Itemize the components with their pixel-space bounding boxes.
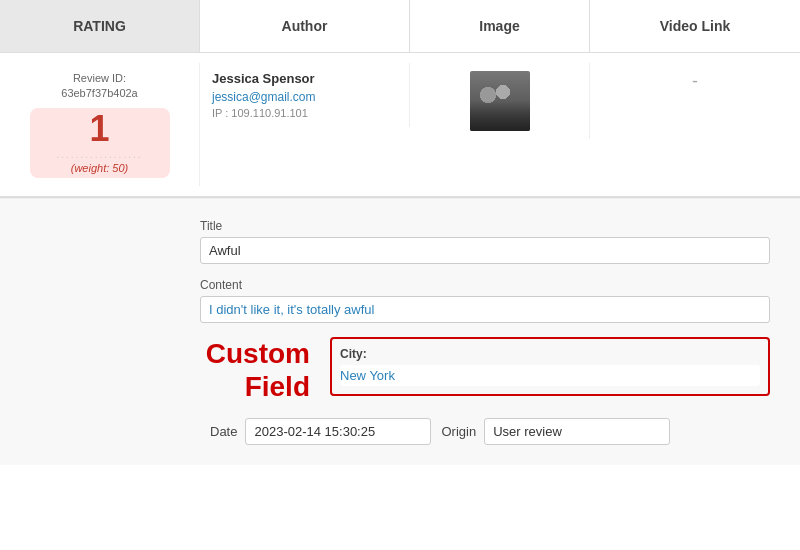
content-input[interactable] — [200, 296, 770, 323]
rating-dots: .................. — [56, 149, 142, 160]
header-author: Author — [200, 0, 410, 52]
author-email: jessica@gmail.com — [212, 90, 397, 104]
title-label: Title — [200, 219, 770, 233]
author-cell: Jessica Spensor jessica@gmail.com IP : 1… — [200, 63, 410, 127]
author-name: Jessica Spensor — [212, 71, 397, 86]
detail-section: Title Content CustomField City: Date Ori… — [0, 198, 800, 465]
origin-label: Origin — [441, 424, 476, 439]
review-container: RATING Author Image Video Link Review ID… — [0, 0, 800, 550]
author-ip: IP : 109.110.91.101 — [212, 107, 397, 119]
custom-field-row: CustomField City: — [200, 337, 770, 404]
image-cell — [410, 63, 590, 139]
city-input[interactable] — [340, 365, 760, 386]
date-field: Date — [210, 418, 431, 445]
content-group: Content — [200, 278, 770, 323]
title-group: Title — [200, 219, 770, 264]
city-label: City: — [340, 347, 760, 361]
header-image: Image — [410, 0, 590, 52]
video-cell: - — [590, 63, 800, 100]
rating-weight: (weight: 50) — [71, 162, 128, 174]
data-row: Review ID: 63eb7f37b402a 1 .............… — [0, 53, 800, 198]
content-label: Content — [200, 278, 770, 292]
review-thumbnail — [470, 71, 530, 131]
date-label: Date — [210, 424, 237, 439]
custom-field-label: CustomField — [200, 337, 320, 404]
header-row: RATING Author Image Video Link — [0, 0, 800, 53]
origin-field: Origin — [441, 418, 670, 445]
rating-number: 1 — [89, 111, 109, 147]
date-input[interactable] — [245, 418, 431, 445]
video-dash: - — [692, 71, 698, 92]
thumbnail-image — [470, 71, 530, 131]
rating-box: 1 .................. (weight: 50) — [30, 108, 170, 178]
rating-cell: Review ID: 63eb7f37b402a 1 .............… — [0, 63, 200, 186]
header-rating: RATING — [0, 0, 200, 52]
bottom-row: Date Origin — [200, 418, 770, 445]
header-video-link: Video Link — [590, 0, 800, 52]
review-id: Review ID: 63eb7f37b402a — [61, 71, 137, 102]
title-input[interactable] — [200, 237, 770, 264]
custom-field-box: City: — [330, 337, 770, 396]
origin-input[interactable] — [484, 418, 670, 445]
